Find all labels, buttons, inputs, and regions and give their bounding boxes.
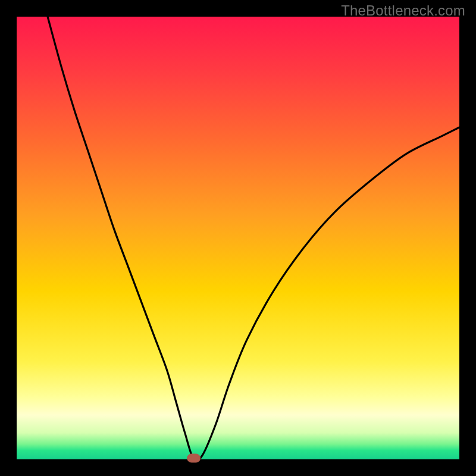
bottleneck-curve (48, 17, 459, 461)
chart-svg (17, 17, 459, 459)
minimum-marker (187, 454, 201, 462)
plot-area (17, 17, 459, 459)
watermark-text: TheBottleneck.com (341, 2, 465, 19)
chart-frame: TheBottleneck.com (0, 0, 476, 476)
